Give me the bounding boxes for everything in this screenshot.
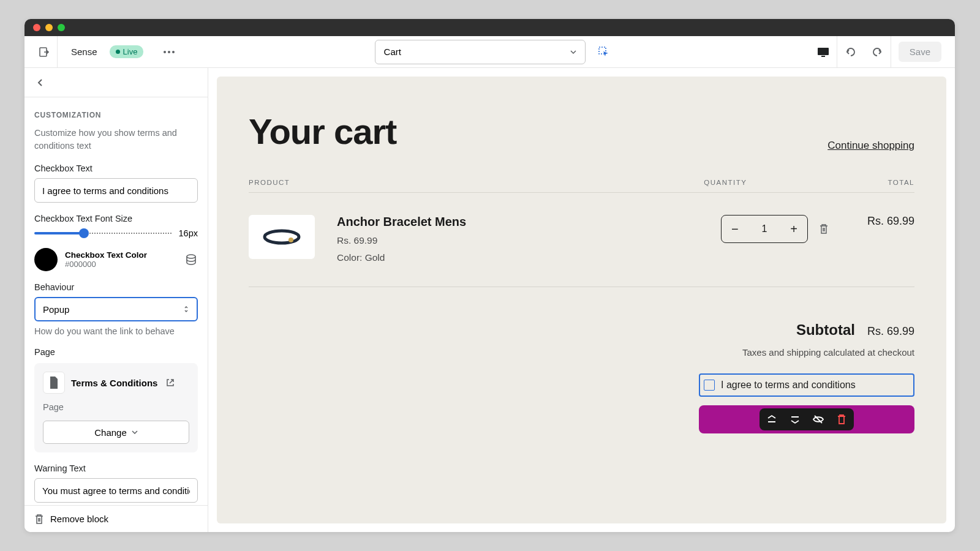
tax-note: Taxes and shipping calculated at checkou… [249,347,914,358]
behaviour-value: Popup [43,304,69,315]
checkbox-text-input[interactable] [34,178,198,203]
quantity-group: − 1 + [721,215,829,243]
exit-button[interactable] [31,36,58,68]
product-variant: Color: Gold [337,252,721,263]
subtotal-value: Rs. 69.99 [867,325,914,338]
live-dot-icon [116,50,120,54]
save-button[interactable]: Save [899,42,941,62]
chevron-left-icon [37,78,43,87]
svg-point-1 [164,51,166,53]
slider-track [34,232,173,234]
hide-icon[interactable] [812,413,824,425]
product-image[interactable] [249,215,315,259]
slider-thumb[interactable] [79,228,89,238]
agree-checkbox[interactable] [704,380,715,391]
column-headers: PRODUCT QUANTITY TOTAL [249,179,914,186]
page-sublabel: Page [43,402,189,412]
warning-text-label: Warning Text [34,463,198,473]
cart-title: Your cart [249,111,396,152]
cart-header: Your cart Continue shopping [249,111,914,152]
select-arrows-icon [183,305,189,313]
svg-rect-6 [821,56,825,57]
page-select-value: Cart [384,47,401,57]
dots-icon [164,51,175,53]
section-title: CUSTOMIZATION [34,111,198,119]
bracelet-icon [260,225,303,249]
page-name: Terms & Conditions [71,378,157,388]
section-desc: Customize how you show terms and conditi… [34,127,198,152]
desktop-icon [816,47,830,58]
color-hex: #000000 [65,260,147,269]
minimize-window-icon[interactable] [45,24,53,31]
exit-icon [38,46,50,58]
color-left: Checkbox Text Color #000000 [34,248,147,271]
undo-icon [845,46,857,58]
slider-dots [84,231,172,235]
cart-row: Anchor Bracelet Mens Rs. 69.99 Color: Go… [249,215,914,287]
behaviour-select[interactable]: Popup [34,297,198,321]
chevron-down-icon [132,430,138,434]
svg-rect-5 [818,48,829,55]
subtotal-label: Subtotal [796,321,855,339]
delete-icon[interactable] [835,413,848,425]
undo-button[interactable] [837,36,864,68]
remove-block-button[interactable]: Remove block [24,505,208,532]
close-window-icon[interactable] [33,24,40,31]
checkbox-text-label: Checkbox Text [34,163,198,173]
summary: Subtotal Rs. 69.99 Taxes and shipping ca… [249,321,914,433]
change-page-button[interactable]: Change [43,421,189,444]
col-product: PRODUCT [249,179,290,186]
preview-panel: Your cart Continue shopping PRODUCT QUAN… [208,68,955,532]
move-down-icon[interactable] [789,413,801,425]
dynamic-source-icon[interactable] [184,253,198,266]
remove-label: Remove block [50,514,108,524]
live-label: Live [123,47,138,56]
font-size-slider[interactable]: 16px [34,228,198,238]
trash-icon [34,514,44,525]
topbar-center: Cart [179,40,810,64]
divider [249,192,914,193]
product-name[interactable]: Anchor Bracelet Mens [337,215,721,229]
subtotal-row: Subtotal Rs. 69.99 [249,321,914,339]
move-up-icon[interactable] [766,413,778,425]
device-button[interactable] [810,36,837,68]
agree-checkbox-block[interactable]: I agree to terms and conditions [699,373,914,397]
page-select[interactable]: Cart [375,40,586,64]
agree-text: I agree to terms and conditions [721,380,856,391]
svg-point-7 [187,255,195,258]
inspect-button[interactable] [593,41,615,63]
theme-name: Sense [71,47,97,57]
color-swatch[interactable] [34,248,58,271]
behaviour-label: Behaviour [34,282,198,292]
live-badge: Live [110,45,144,58]
page-file-icon [43,372,65,394]
chevron-down-icon [570,50,576,54]
slider-fill [34,232,84,234]
quantity-stepper: − 1 + [721,215,808,243]
page-chip[interactable]: Terms & Conditions [43,372,189,394]
remove-item-button[interactable] [819,223,829,234]
qty-increase-button[interactable]: + [790,222,797,236]
behaviour-hint: How do you want the link to behave [34,326,198,336]
more-button[interactable] [159,42,179,62]
warning-text-input[interactable] [34,478,198,503]
change-label: Change [94,427,127,438]
qty-decrease-button[interactable]: − [731,222,739,236]
redo-button[interactable] [864,36,891,68]
block-toolbar [760,408,854,430]
external-link-icon [166,378,175,387]
sidebar-scroll: CUSTOMIZATION Customize how you show ter… [24,68,208,532]
product-price: Rs. 69.99 [337,235,721,246]
col-total: TOTAL [888,179,915,186]
color-row[interactable]: Checkbox Text Color #000000 [34,248,198,271]
back-button[interactable] [24,68,208,97]
svg-point-2 [168,51,170,53]
qty-value: 1 [762,223,767,234]
continue-shopping-link[interactable]: Continue shopping [827,140,914,152]
font-size-label: Checkbox Text Font Size [34,214,198,223]
maximize-window-icon[interactable] [58,24,65,31]
svg-point-9 [288,238,293,242]
topbar: Sense Live Cart Save [24,36,955,68]
sidebar: CUSTOMIZATION Customize how you show ter… [24,68,208,532]
checkout-button[interactable] [699,405,914,433]
